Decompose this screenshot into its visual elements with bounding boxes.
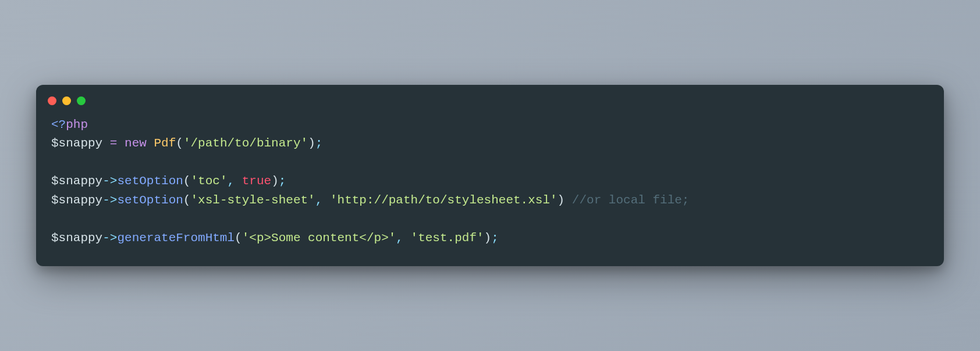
- semicolon: ;: [279, 174, 286, 188]
- php-open-tag-bracket: <?: [51, 118, 66, 131]
- keyword-new: new: [125, 137, 147, 150]
- string-output-filename: 'test.pdf': [411, 231, 484, 245]
- space: [322, 194, 330, 207]
- space: [147, 137, 154, 150]
- comment-local-file: //or local file;: [572, 194, 690, 207]
- semicolon: ;: [491, 231, 499, 245]
- minimize-icon[interactable]: [62, 96, 71, 105]
- method-setoption: setOption: [117, 174, 183, 188]
- paren-open: (: [183, 174, 191, 188]
- string-binary-path: '/path/to/binary': [183, 137, 308, 150]
- code-window: <?php $snappy = new Pdf('/path/to/binary…: [36, 85, 944, 267]
- paren-close: ): [271, 174, 279, 188]
- arrow-operator: ->: [102, 194, 117, 207]
- comma: ,: [227, 174, 235, 188]
- class-pdf: Pdf: [154, 137, 176, 150]
- paren-open: (: [235, 231, 242, 245]
- variable-snappy: $snappy: [51, 137, 102, 150]
- string-xsl-style-sheet: 'xsl-style-sheet': [190, 194, 315, 207]
- paren-close: ): [308, 137, 315, 150]
- string-toc: 'toc': [190, 174, 227, 188]
- space: [403, 231, 411, 245]
- close-icon[interactable]: [48, 96, 56, 105]
- variable-snappy: $snappy: [51, 174, 102, 188]
- arrow-operator: ->: [102, 174, 117, 188]
- window-titlebar: [36, 85, 944, 109]
- maximize-icon[interactable]: [77, 96, 86, 105]
- variable-snappy: $snappy: [51, 194, 102, 207]
- space: [564, 194, 572, 207]
- string-html-content: '<p>Some content</p>': [242, 231, 396, 245]
- comma: ,: [396, 231, 403, 245]
- comma: ,: [315, 194, 323, 207]
- paren-open: (: [183, 194, 191, 207]
- semicolon: ;: [315, 137, 323, 150]
- php-open-tag-keyword: php: [66, 118, 88, 131]
- space: [235, 174, 242, 188]
- paren-close: ): [484, 231, 492, 245]
- code-block: <?php $snappy = new Pdf('/path/to/binary…: [36, 109, 944, 267]
- arrow-operator: ->: [102, 231, 117, 245]
- operator-assign: =: [102, 137, 125, 150]
- paren-open: (: [176, 137, 183, 150]
- variable-snappy: $snappy: [51, 231, 102, 245]
- method-generatefromhtml: generateFromHtml: [117, 231, 235, 245]
- string-stylesheet-url: 'http://path/to/stylesheet.xsl': [330, 194, 558, 207]
- method-setoption: setOption: [117, 194, 183, 207]
- boolean-true: true: [242, 174, 271, 188]
- paren-close: ): [558, 194, 565, 207]
